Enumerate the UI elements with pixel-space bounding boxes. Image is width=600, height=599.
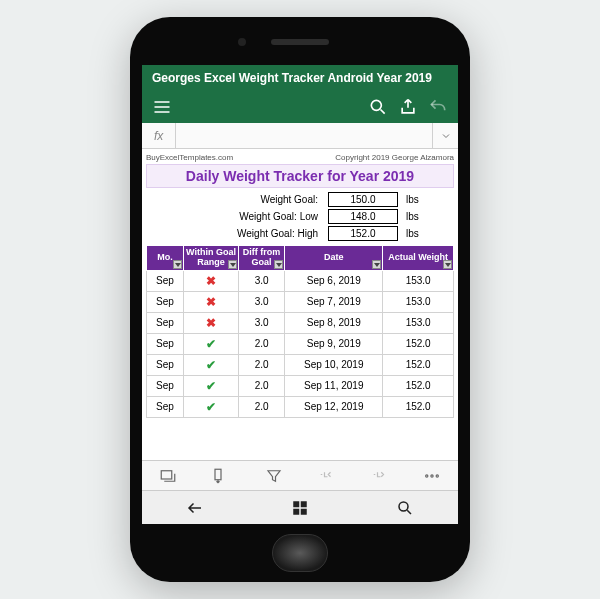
cell-diff[interactable]: 3.0 <box>239 312 285 333</box>
goal-value[interactable]: 150.0 <box>328 192 398 207</box>
nav-search-icon[interactable] <box>396 499 414 517</box>
cell-within[interactable]: ✔ <box>183 354 238 375</box>
cell-mo[interactable]: Sep <box>147 354 184 375</box>
svg-point-5 <box>436 474 438 476</box>
goal-high-value[interactable]: 152.0 <box>328 226 398 241</box>
goal-low-label: Weight Goal: Low <box>156 209 322 224</box>
table-row[interactable]: Sep✖3.0Sep 7, 2019153.0 <box>147 291 454 312</box>
cell-actual[interactable]: 153.0 <box>383 270 454 291</box>
cell-date[interactable]: Sep 6, 2019 <box>285 270 383 291</box>
formula-input[interactable] <box>176 123 432 148</box>
cell-within[interactable]: ✔ <box>183 396 238 417</box>
goal-low-unit: lbs <box>404 209 444 224</box>
col-mo: Mo. <box>157 252 173 262</box>
share-icon[interactable] <box>398 97 418 117</box>
sheet-copyright: Copyright 2019 George Alzamora <box>335 153 454 162</box>
cell-date[interactable]: Sep 12, 2019 <box>285 396 383 417</box>
cell-mo[interactable]: Sep <box>147 375 184 396</box>
windows-start-icon[interactable] <box>291 499 309 517</box>
worksheet: BuyExcelTemplates.com Copyright 2019 Geo… <box>142 149 458 460</box>
windows-nav-bar <box>142 490 458 524</box>
table-row[interactable]: Sep✖3.0Sep 8, 2019153.0 <box>147 312 454 333</box>
cell-within[interactable]: ✖ <box>183 291 238 312</box>
phone-camera <box>238 38 246 46</box>
svg-rect-1 <box>162 470 173 478</box>
cell-within[interactable]: ✔ <box>183 333 238 354</box>
sheet-title: Daily Weight Tracker for Year 2019 <box>146 164 454 188</box>
sheet-tabs-icon[interactable] <box>159 467 177 485</box>
svg-point-10 <box>399 502 408 511</box>
table-row[interactable]: Sep✔2.0Sep 9, 2019152.0 <box>147 333 454 354</box>
cell-date[interactable]: Sep 8, 2019 <box>285 312 383 333</box>
fx-label: fx <box>142 123 176 148</box>
cell-mo[interactable]: Sep <box>147 312 184 333</box>
filter-dropdown-icon[interactable] <box>443 260 452 269</box>
cell-within[interactable]: ✔ <box>183 375 238 396</box>
excel-tool-row <box>142 460 458 490</box>
search-icon[interactable] <box>368 97 388 117</box>
cell-diff[interactable]: 2.0 <box>239 396 285 417</box>
x-mark-icon: ✖ <box>206 274 216 288</box>
cell-date[interactable]: Sep 11, 2019 <box>285 375 383 396</box>
cell-mo[interactable]: Sep <box>147 396 184 417</box>
cell-diff[interactable]: 3.0 <box>239 291 285 312</box>
cell-mo[interactable]: Sep <box>147 333 184 354</box>
filter-icon[interactable] <box>265 467 283 485</box>
hamburger-icon[interactable] <box>152 97 172 117</box>
formula-expand-icon[interactable] <box>432 123 458 148</box>
x-mark-icon: ✖ <box>206 295 216 309</box>
phone-frame: Georges Excel Weight Tracker Android Yea… <box>130 17 470 582</box>
goal-low-value[interactable]: 148.0 <box>328 209 398 224</box>
cell-actual[interactable]: 152.0 <box>383 354 454 375</box>
table-row[interactable]: Sep✖3.0Sep 6, 2019153.0 <box>147 270 454 291</box>
cell-date[interactable]: Sep 7, 2019 <box>285 291 383 312</box>
sheet-site: BuyExcelTemplates.com <box>146 153 233 162</box>
formula-bar: fx <box>142 123 458 149</box>
goal-high-label: Weight Goal: High <box>156 226 322 241</box>
goal-unit: lbs <box>404 192 444 207</box>
cell-actual[interactable]: 152.0 <box>383 396 454 417</box>
weight-table: Mo. Within Goal Range Diff from Goal Dat… <box>146 245 454 418</box>
cell-date[interactable]: Sep 9, 2019 <box>285 333 383 354</box>
app-title: Georges Excel Weight Tracker Android Yea… <box>142 65 458 91</box>
svg-rect-7 <box>301 501 307 507</box>
cell-diff[interactable]: 2.0 <box>239 333 285 354</box>
overflow-icon[interactable] <box>423 467 441 485</box>
cell-diff[interactable]: 3.0 <box>239 270 285 291</box>
cell-within[interactable]: ✖ <box>183 312 238 333</box>
filter-dropdown-icon[interactable] <box>372 260 381 269</box>
svg-rect-6 <box>293 501 299 507</box>
svg-rect-9 <box>301 508 307 514</box>
svg-rect-2 <box>215 469 221 480</box>
cell-actual[interactable]: 152.0 <box>383 333 454 354</box>
svg-point-3 <box>425 474 427 476</box>
cell-actual[interactable]: 153.0 <box>383 291 454 312</box>
filter-dropdown-icon[interactable] <box>274 260 283 269</box>
cell-date[interactable]: Sep 10, 2019 <box>285 354 383 375</box>
filter-dropdown-icon[interactable] <box>173 260 182 269</box>
cell-actual[interactable]: 153.0 <box>383 312 454 333</box>
undo-icon[interactable] <box>428 97 448 117</box>
back-icon[interactable] <box>186 499 204 517</box>
sort-icon[interactable] <box>212 467 230 485</box>
check-mark-icon: ✔ <box>206 337 216 351</box>
app-toolbar <box>142 91 458 123</box>
table-row[interactable]: Sep✔2.0Sep 10, 2019152.0 <box>147 354 454 375</box>
col-actual: Actual Weight <box>388 252 448 262</box>
goal-label: Weight Goal: <box>156 192 322 207</box>
increase-decimal-icon[interactable] <box>370 467 388 485</box>
cell-mo[interactable]: Sep <box>147 270 184 291</box>
cell-diff[interactable]: 2.0 <box>239 375 285 396</box>
cell-mo[interactable]: Sep <box>147 291 184 312</box>
cell-actual[interactable]: 152.0 <box>383 375 454 396</box>
decrease-decimal-icon[interactable] <box>317 467 335 485</box>
cell-diff[interactable]: 2.0 <box>239 354 285 375</box>
filter-dropdown-icon[interactable] <box>228 260 237 269</box>
table-row[interactable]: Sep✔2.0Sep 11, 2019152.0 <box>147 375 454 396</box>
table-row[interactable]: Sep✔2.0Sep 12, 2019152.0 <box>147 396 454 417</box>
phone-home-button[interactable] <box>272 534 328 572</box>
screen: Georges Excel Weight Tracker Android Yea… <box>142 65 458 524</box>
sheet-meta: BuyExcelTemplates.com Copyright 2019 Geo… <box>146 153 454 162</box>
x-mark-icon: ✖ <box>206 316 216 330</box>
cell-within[interactable]: ✖ <box>183 270 238 291</box>
